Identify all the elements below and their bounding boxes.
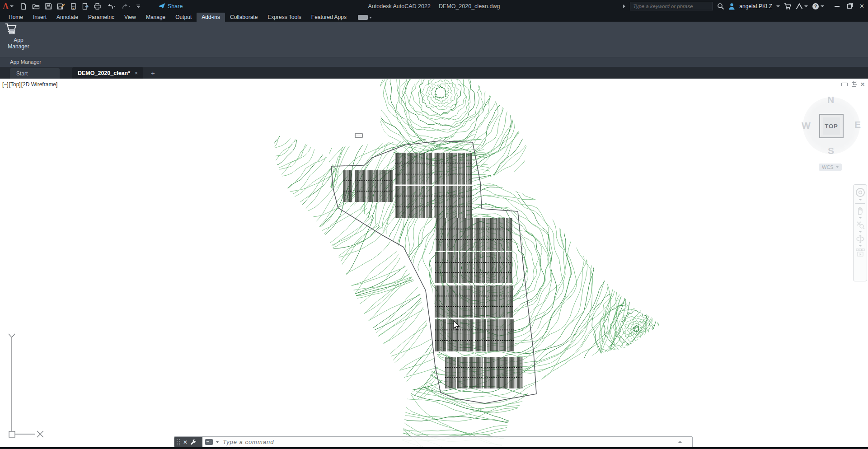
chevron-down-icon[interactable]	[216, 441, 219, 443]
keyword-search-input[interactable]	[630, 4, 713, 9]
undo-button[interactable]	[106, 3, 116, 10]
new-tab-button[interactable]: +	[151, 70, 155, 76]
username[interactable]: angelaLPKLZ	[739, 3, 772, 9]
viewport-minimize-icon[interactable]	[841, 83, 848, 86]
chevron-down-icon	[10, 5, 14, 7]
window-title: Autodesk AutoCAD 2022 DEMO_2020_clean.dw…	[368, 0, 500, 12]
account-dropdown-icon[interactable]	[776, 5, 780, 7]
help-icon: ?	[812, 3, 819, 10]
divider	[855, 203, 865, 204]
save-button[interactable]	[45, 3, 52, 10]
zoom-extents-icon[interactable]	[856, 220, 865, 229]
autodesk-mark-button[interactable]	[796, 3, 808, 9]
customize-toolbar-button[interactable]	[136, 3, 141, 10]
orbit-icon[interactable]	[856, 234, 865, 243]
share-button[interactable]: Share	[159, 3, 183, 9]
solar-array-block	[395, 153, 432, 218]
drawing-canvas[interactable]	[0, 79, 868, 447]
viewcube-west[interactable]: W	[802, 120, 811, 131]
titlebar-right: angelaLPKLZ ? ✕	[623, 2, 868, 10]
tab-express-tools[interactable]: Express Tools	[263, 13, 306, 22]
customize-wrench-icon[interactable]	[190, 439, 197, 445]
tab-view[interactable]: View	[119, 13, 141, 22]
export-button[interactable]	[82, 3, 89, 10]
print-button[interactable]	[94, 3, 101, 10]
command-input[interactable]	[222, 438, 675, 446]
tab-collaborate[interactable]: Collaborate	[225, 13, 263, 22]
chevron-down-icon[interactable]	[859, 231, 862, 233]
solar-array-block	[343, 170, 352, 202]
chevron-down-icon[interactable]	[859, 217, 862, 219]
file-tab-start[interactable]: Start	[10, 68, 60, 79]
app-manager-button[interactable]: App Manager	[4, 23, 33, 50]
qnew-button[interactable]	[20, 3, 27, 10]
viewcube-south[interactable]: S	[828, 145, 834, 156]
tab-manage[interactable]: Manage	[141, 13, 170, 22]
viewport-close-icon[interactable]: ✕	[860, 81, 865, 88]
autodesk-mark-icon	[796, 3, 803, 9]
viewcube-top-face[interactable]: TOP	[819, 114, 844, 138]
solar-array-block	[355, 170, 393, 202]
help-button[interactable]: ?	[812, 3, 824, 10]
panel-title-label: App Manager	[10, 59, 41, 65]
viewport-restore-icon[interactable]	[852, 82, 856, 87]
tab-home[interactable]: Home	[4, 13, 28, 22]
search-icon[interactable]	[717, 3, 724, 10]
command-bar-left: ✕	[174, 437, 202, 447]
save-as-button[interactable]	[57, 3, 65, 10]
navigation-wheel-icon[interactable]	[855, 187, 865, 197]
tab-output[interactable]: Output	[170, 13, 197, 22]
chevron-down-icon[interactable]	[859, 245, 862, 247]
solar-array-block	[475, 319, 514, 351]
recent-commands-up-icon[interactable]	[678, 441, 682, 443]
navigation-bar	[853, 184, 867, 281]
svg-text:?: ?	[814, 4, 817, 9]
solar-array-block	[435, 285, 473, 318]
redo-button[interactable]	[121, 3, 131, 10]
command-input-area[interactable]	[202, 437, 692, 447]
viewcube: N W E S TOP WCS	[801, 91, 862, 177]
document-tab-label: DEMO_2020_clean*	[78, 70, 130, 76]
solar-array-block	[474, 218, 512, 251]
plot-preview-button[interactable]	[70, 3, 77, 10]
tab-parametric[interactable]: Parametric	[83, 13, 119, 22]
viewcube-east[interactable]: E	[854, 119, 861, 130]
pan-hand-icon[interactable]	[856, 206, 865, 215]
viewport-menu-control[interactable]: [−]	[2, 81, 9, 88]
drawing-area[interactable]: [−][Top][2D Wireframe] ✕ N W E S TOP WCS	[0, 79, 868, 447]
close-button[interactable]: ✕	[859, 3, 864, 9]
wcs-menu[interactable]: WCS	[819, 164, 842, 171]
plot-marker	[355, 134, 362, 137]
restore-button[interactable]	[847, 4, 852, 9]
window-bottom-edge	[0, 447, 868, 449]
close-tab-icon[interactable]: ×	[135, 70, 138, 76]
visual-style-control[interactable]: [2D Wireframe]	[21, 81, 58, 88]
tab-insert[interactable]: Insert	[28, 13, 52, 22]
app-manager-label: App Manager	[4, 37, 33, 50]
command-prompt-icon[interactable]	[205, 439, 213, 445]
tab-add-ins[interactable]: Add-ins	[197, 13, 225, 22]
tab-featured-apps[interactable]: Featured Apps	[306, 13, 352, 22]
open-button[interactable]	[32, 3, 40, 10]
solar-array-block	[436, 218, 473, 251]
expand-search-icon[interactable]	[623, 4, 626, 9]
app-store-cart-icon[interactable]	[784, 3, 792, 10]
user-icon[interactable]	[728, 3, 735, 10]
window-buttons: ✕	[835, 3, 864, 9]
drag-grip-icon[interactable]	[177, 439, 180, 445]
showmotion-icon[interactable]	[856, 248, 865, 257]
view-control[interactable]: [Top]	[9, 81, 21, 88]
wcs-label: WCS	[822, 164, 834, 170]
share-label: Share	[168, 3, 183, 9]
app-menu-button[interactable]: A	[3, 2, 14, 10]
keyword-search-box[interactable]	[630, 2, 713, 10]
minimize-button[interactable]	[835, 6, 840, 7]
file-tab-document[interactable]: DEMO_2020_clean* ×	[72, 67, 143, 79]
ribbon-display-toggle[interactable]	[358, 15, 372, 20]
tab-annotate[interactable]: Annotate	[52, 13, 83, 22]
close-icon[interactable]: ✕	[183, 440, 188, 445]
viewcube-north[interactable]: N	[827, 94, 834, 105]
command-line-bar[interactable]: ✕	[174, 436, 693, 447]
chevron-down-icon[interactable]	[859, 199, 862, 201]
viewport-window-buttons: ✕	[841, 81, 865, 88]
